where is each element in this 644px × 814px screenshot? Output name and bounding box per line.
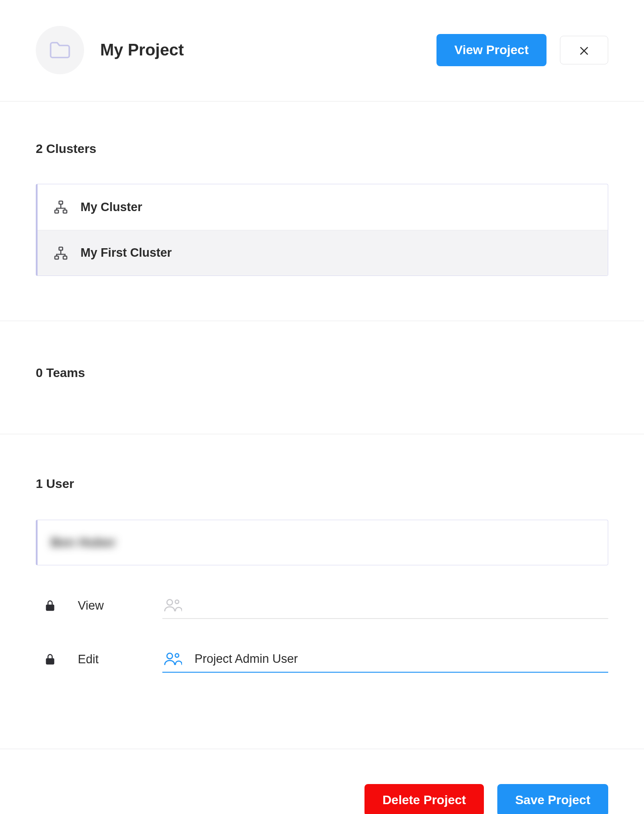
save-project-button[interactable]: Save Project xyxy=(497,784,608,814)
svg-point-9 xyxy=(175,654,179,657)
edit-permission-input[interactable]: Project Admin User xyxy=(162,646,608,673)
cluster-row[interactable]: My Cluster xyxy=(38,184,608,230)
permission-row-edit: Edit Project Admin User xyxy=(36,646,608,673)
close-button[interactable] xyxy=(560,36,608,64)
permission-name: Edit xyxy=(78,653,99,666)
permission-label: Edit xyxy=(36,653,133,666)
permission-row-view: View xyxy=(36,592,608,619)
panel-header: My Project View Project xyxy=(0,0,644,102)
project-avatar xyxy=(36,26,84,74)
svg-rect-1 xyxy=(55,210,59,213)
project-settings-panel: My Project View Project 2 Clusters My Cl… xyxy=(0,0,644,814)
panel-footer: Delete Project Save Project xyxy=(0,749,644,814)
cluster-name: My Cluster xyxy=(80,200,142,214)
svg-rect-3 xyxy=(59,247,63,250)
selected-user-name: Ben Huber xyxy=(51,536,116,550)
permission-name: View xyxy=(78,599,104,613)
folder-icon xyxy=(49,41,71,59)
clusters-heading: 2 Clusters xyxy=(36,142,608,156)
close-icon xyxy=(578,44,590,56)
svg-rect-2 xyxy=(63,210,67,213)
selected-user-box[interactable]: Ben Huber xyxy=(36,520,608,565)
clusters-list: My Cluster My First Cluster xyxy=(36,184,608,276)
cluster-name: My First Cluster xyxy=(80,246,172,260)
svg-point-6 xyxy=(167,600,173,606)
svg-point-8 xyxy=(167,653,173,659)
cluster-row[interactable]: My First Cluster xyxy=(38,230,608,276)
users-section: 1 User Ben Huber View Edit xyxy=(0,434,644,673)
clusters-section: 2 Clusters My Cluster My First Clu xyxy=(0,102,644,321)
teams-heading: 0 Teams xyxy=(36,366,608,380)
lock-icon xyxy=(44,653,56,666)
svg-rect-4 xyxy=(55,256,59,259)
view-permission-input[interactable] xyxy=(162,592,608,619)
project-title: My Project xyxy=(100,41,184,59)
users-icon xyxy=(164,652,182,666)
svg-point-7 xyxy=(175,600,179,604)
teams-section: 0 Teams xyxy=(0,321,644,434)
delete-project-button[interactable]: Delete Project xyxy=(364,784,484,814)
view-project-button[interactable]: View Project xyxy=(436,34,547,66)
lock-icon xyxy=(44,599,56,612)
users-heading: 1 User xyxy=(36,477,608,491)
users-icon xyxy=(164,598,182,612)
svg-rect-0 xyxy=(59,201,63,204)
cluster-icon xyxy=(54,200,68,214)
svg-rect-5 xyxy=(63,256,67,259)
cluster-icon xyxy=(54,246,68,260)
permission-label: View xyxy=(36,599,133,613)
permission-value: Project Admin User xyxy=(195,652,298,666)
